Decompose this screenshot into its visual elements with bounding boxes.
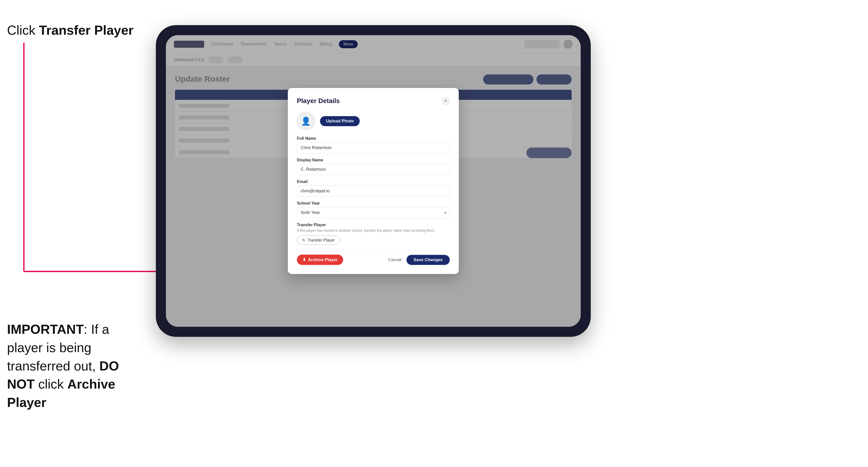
instruction-top: Click Transfer Player bbox=[7, 23, 133, 38]
display-name-label: Display Name bbox=[297, 158, 450, 162]
app-background: Dashboard Tournaments Teams Schedule Bil… bbox=[166, 35, 581, 327]
tablet-screen: Dashboard Tournaments Teams Schedule Bil… bbox=[166, 35, 581, 327]
email-input[interactable] bbox=[297, 186, 450, 196]
email-group: Email bbox=[297, 180, 450, 196]
footer-right-actions: Cancel Save Changes bbox=[388, 255, 450, 265]
full-name-group: Full Name bbox=[297, 136, 450, 153]
modal-footer: ⬇ Archive Player Cancel Save Changes bbox=[297, 250, 450, 265]
email-label: Email bbox=[297, 180, 450, 184]
archive-player-button[interactable]: ⬇ Archive Player bbox=[297, 255, 343, 265]
player-details-modal: Player Details × 👤 Upload Photo Full Nam… bbox=[288, 88, 459, 274]
instruction-important: IMPORTANT bbox=[7, 322, 84, 337]
display-name-group: Display Name bbox=[297, 158, 450, 175]
school-year-select[interactable]: First Year Second Year Third Year Fourth… bbox=[297, 207, 450, 218]
transfer-icon: ↻ bbox=[302, 238, 305, 243]
display-name-input[interactable] bbox=[297, 164, 450, 175]
upload-photo-button[interactable]: Upload Photo bbox=[320, 116, 360, 126]
transfer-player-section: Transfer Player If this player has moved… bbox=[297, 223, 450, 245]
instruction-top-bold: Transfer Player bbox=[39, 23, 133, 37]
transfer-section-label: Transfer Player bbox=[297, 223, 450, 227]
save-changes-button[interactable]: Save Changes bbox=[406, 255, 450, 265]
transfer-btn-label: Transfer Player bbox=[307, 238, 335, 243]
full-name-label: Full Name bbox=[297, 136, 450, 141]
modal-close-button[interactable]: × bbox=[442, 97, 450, 105]
archive-icon: ⬇ bbox=[302, 257, 306, 262]
user-placeholder-icon: 👤 bbox=[301, 116, 311, 126]
instruction-top-text: Click bbox=[7, 23, 39, 37]
instruction-text-2: click bbox=[35, 377, 67, 391]
modal-title-bar: Player Details × bbox=[297, 97, 450, 105]
transfer-section-description: If this player has moved to another scho… bbox=[297, 228, 450, 233]
modal-title: Player Details bbox=[297, 97, 340, 105]
avatar-circle: 👤 bbox=[297, 112, 315, 130]
school-year-group: School Year First Year Second Year Third… bbox=[297, 201, 450, 218]
tablet-device: Dashboard Tournaments Teams Schedule Bil… bbox=[156, 25, 591, 337]
cancel-button[interactable]: Cancel bbox=[388, 257, 401, 262]
transfer-player-button[interactable]: ↻ Transfer Player bbox=[297, 236, 340, 245]
avatar-upload-section: 👤 Upload Photo bbox=[297, 112, 450, 130]
archive-btn-label: Archive Player bbox=[308, 257, 338, 262]
modal-overlay: Player Details × 👤 Upload Photo Full Nam… bbox=[166, 35, 581, 327]
school-year-select-wrapper: First Year Second Year Third Year Fourth… bbox=[297, 207, 450, 218]
instruction-bottom: IMPORTANT: If a player is being transfer… bbox=[7, 320, 148, 412]
full-name-input[interactable] bbox=[297, 142, 450, 153]
school-year-label: School Year bbox=[297, 201, 450, 206]
